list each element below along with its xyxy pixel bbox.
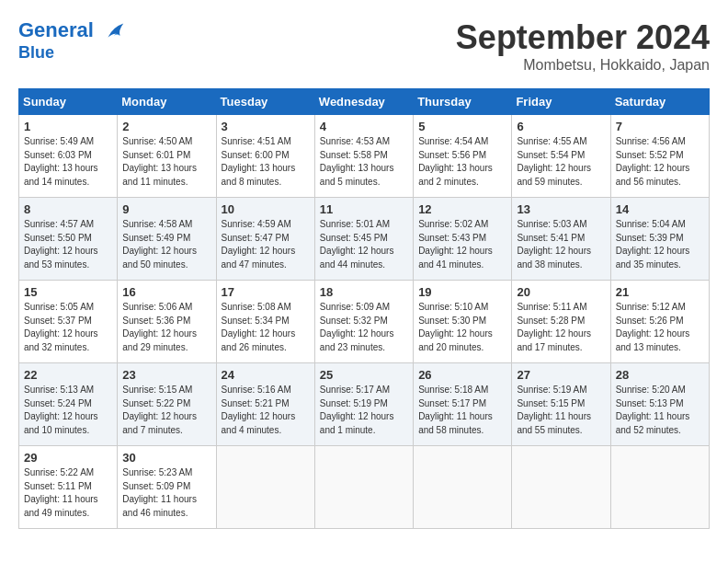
day-number: 18 — [320, 285, 408, 299]
weekday-header-sunday: Sunday — [19, 89, 118, 115]
day-info: Sunrise: 5:15 AM Sunset: 5:22 PM Dayligh… — [122, 384, 210, 437]
calendar-cell: 6 Sunrise: 4:55 AM Sunset: 5:54 PM Dayli… — [512, 115, 610, 198]
day-number: 29 — [24, 451, 112, 465]
calendar-cell: 12 Sunrise: 5:02 AM Sunset: 5:43 PM Dayl… — [414, 198, 512, 281]
location-subtitle: Mombetsu, Hokkaido, Japan — [456, 57, 710, 74]
calendar-cell: 19 Sunrise: 5:10 AM Sunset: 5:30 PM Dayl… — [414, 281, 512, 363]
day-info: Sunrise: 5:08 AM Sunset: 5:34 PM Dayligh… — [222, 301, 310, 354]
day-number: 12 — [418, 202, 506, 216]
calendar-cell: 13 Sunrise: 5:03 AM Sunset: 5:41 PM Dayl… — [512, 198, 610, 281]
day-info: Sunrise: 5:02 AM Sunset: 5:43 PM Dayligh… — [418, 218, 506, 271]
day-number: 8 — [24, 202, 112, 216]
day-number: 27 — [517, 368, 605, 382]
calendar-week-5: 29 Sunrise: 5:22 AM Sunset: 5:11 PM Dayl… — [19, 446, 710, 529]
weekday-header-saturday: Saturday — [610, 89, 709, 115]
weekday-header-thursday: Thursday — [414, 89, 512, 115]
day-info: Sunrise: 5:16 AM Sunset: 5:21 PM Dayligh… — [222, 384, 310, 437]
day-number: 17 — [222, 285, 310, 299]
day-info: Sunrise: 5:13 AM Sunset: 5:24 PM Dayligh… — [24, 384, 112, 437]
page-header: General Blue September 2024 Mombetsu, Ho… — [18, 18, 710, 74]
calendar-cell: 14 Sunrise: 5:04 AM Sunset: 5:39 PM Dayl… — [610, 198, 709, 281]
day-info: Sunrise: 4:50 AM Sunset: 6:01 PM Dayligh… — [122, 135, 210, 189]
day-info: Sunrise: 5:20 AM Sunset: 5:13 PM Dayligh… — [616, 384, 704, 437]
logo-text: General — [18, 18, 127, 44]
day-number: 11 — [320, 202, 408, 216]
calendar-week-4: 22 Sunrise: 5:13 AM Sunset: 5:24 PM Dayl… — [19, 363, 710, 446]
day-number: 21 — [616, 285, 704, 299]
weekday-header-tuesday: Tuesday — [216, 89, 314, 115]
day-info: Sunrise: 4:57 AM Sunset: 5:50 PM Dayligh… — [24, 218, 112, 271]
calendar-cell — [314, 446, 413, 529]
calendar-cell: 4 Sunrise: 4:53 AM Sunset: 5:58 PM Dayli… — [314, 115, 413, 198]
calendar-cell: 30 Sunrise: 5:23 AM Sunset: 5:09 PM Dayl… — [118, 446, 216, 529]
calendar-body: 1 Sunrise: 5:49 AM Sunset: 6:03 PM Dayli… — [19, 115, 710, 529]
day-info: Sunrise: 4:51 AM Sunset: 6:00 PM Dayligh… — [222, 135, 310, 189]
calendar-cell: 20 Sunrise: 5:11 AM Sunset: 5:28 PM Dayl… — [512, 281, 610, 363]
day-info: Sunrise: 5:49 AM Sunset: 6:03 PM Dayligh… — [24, 135, 112, 189]
day-number: 10 — [222, 202, 310, 216]
day-number: 22 — [24, 368, 112, 382]
day-info: Sunrise: 5:10 AM Sunset: 5:30 PM Dayligh… — [418, 301, 506, 354]
logo: General Blue — [18, 18, 127, 63]
day-number: 1 — [24, 120, 112, 133]
day-info: Sunrise: 5:22 AM Sunset: 5:11 PM Dayligh… — [24, 466, 112, 520]
calendar-cell — [216, 446, 314, 529]
calendar-week-2: 8 Sunrise: 4:57 AM Sunset: 5:50 PM Dayli… — [19, 198, 710, 281]
calendar-cell: 8 Sunrise: 4:57 AM Sunset: 5:50 PM Dayli… — [19, 198, 118, 281]
calendar-cell: 5 Sunrise: 4:54 AM Sunset: 5:56 PM Dayli… — [414, 115, 512, 198]
day-number: 19 — [418, 285, 506, 299]
day-number: 2 — [122, 120, 210, 133]
calendar-cell: 2 Sunrise: 4:50 AM Sunset: 6:01 PM Dayli… — [118, 115, 216, 198]
weekday-header-friday: Friday — [512, 89, 610, 115]
day-number: 23 — [122, 368, 210, 382]
day-info: Sunrise: 5:17 AM Sunset: 5:19 PM Dayligh… — [320, 384, 408, 437]
calendar-cell — [610, 446, 709, 529]
logo-blue: Blue — [18, 44, 127, 63]
calendar-cell: 27 Sunrise: 5:19 AM Sunset: 5:15 PM Dayl… — [512, 363, 610, 446]
day-info: Sunrise: 5:18 AM Sunset: 5:17 PM Dayligh… — [418, 384, 506, 437]
day-number: 28 — [616, 368, 704, 382]
calendar-table: SundayMondayTuesdayWednesdayThursdayFrid… — [18, 88, 710, 529]
day-number: 14 — [616, 202, 704, 216]
calendar-cell: 23 Sunrise: 5:15 AM Sunset: 5:22 PM Dayl… — [118, 363, 216, 446]
calendar-cell: 28 Sunrise: 5:20 AM Sunset: 5:13 PM Dayl… — [610, 363, 709, 446]
day-info: Sunrise: 4:58 AM Sunset: 5:49 PM Dayligh… — [122, 218, 210, 271]
calendar-cell: 11 Sunrise: 5:01 AM Sunset: 5:45 PM Dayl… — [314, 198, 413, 281]
day-info: Sunrise: 5:12 AM Sunset: 5:26 PM Dayligh… — [616, 301, 704, 354]
calendar-cell: 17 Sunrise: 5:08 AM Sunset: 5:34 PM Dayl… — [216, 281, 314, 363]
day-number: 3 — [222, 120, 310, 133]
day-info: Sunrise: 5:05 AM Sunset: 5:37 PM Dayligh… — [24, 301, 112, 354]
weekday-header-monday: Monday — [118, 89, 216, 115]
day-number: 15 — [24, 285, 112, 299]
day-number: 9 — [122, 202, 210, 216]
day-number: 4 — [320, 120, 408, 133]
calendar-header: SundayMondayTuesdayWednesdayThursdayFrid… — [19, 89, 710, 115]
day-number: 25 — [320, 368, 408, 382]
day-info: Sunrise: 5:11 AM Sunset: 5:28 PM Dayligh… — [517, 301, 605, 354]
calendar-cell: 1 Sunrise: 5:49 AM Sunset: 6:03 PM Dayli… — [19, 115, 118, 198]
day-number: 13 — [517, 202, 605, 216]
calendar-cell: 26 Sunrise: 5:18 AM Sunset: 5:17 PM Dayl… — [414, 363, 512, 446]
calendar-cell: 22 Sunrise: 5:13 AM Sunset: 5:24 PM Dayl… — [19, 363, 118, 446]
calendar-cell: 29 Sunrise: 5:22 AM Sunset: 5:11 PM Dayl… — [19, 446, 118, 529]
calendar-cell: 9 Sunrise: 4:58 AM Sunset: 5:49 PM Dayli… — [118, 198, 216, 281]
calendar-cell: 16 Sunrise: 5:06 AM Sunset: 5:36 PM Dayl… — [118, 281, 216, 363]
day-info: Sunrise: 4:56 AM Sunset: 5:52 PM Dayligh… — [616, 135, 704, 189]
day-number: 30 — [122, 451, 210, 465]
day-number: 20 — [517, 285, 605, 299]
calendar-week-1: 1 Sunrise: 5:49 AM Sunset: 6:03 PM Dayli… — [19, 115, 710, 198]
day-number: 24 — [222, 368, 310, 382]
calendar-cell: 25 Sunrise: 5:17 AM Sunset: 5:19 PM Dayl… — [314, 363, 413, 446]
weekday-header-row: SundayMondayTuesdayWednesdayThursdayFrid… — [19, 89, 710, 115]
day-info: Sunrise: 5:01 AM Sunset: 5:45 PM Dayligh… — [320, 218, 408, 271]
day-info: Sunrise: 5:09 AM Sunset: 5:32 PM Dayligh… — [320, 301, 408, 354]
day-number: 26 — [418, 368, 506, 382]
calendar-cell: 24 Sunrise: 5:16 AM Sunset: 5:21 PM Dayl… — [216, 363, 314, 446]
calendar-cell: 18 Sunrise: 5:09 AM Sunset: 5:32 PM Dayl… — [314, 281, 413, 363]
weekday-header-wednesday: Wednesday — [314, 89, 413, 115]
day-number: 16 — [122, 285, 210, 299]
day-info: Sunrise: 5:06 AM Sunset: 5:36 PM Dayligh… — [122, 301, 210, 354]
day-number: 5 — [418, 120, 506, 133]
calendar-cell: 10 Sunrise: 4:59 AM Sunset: 5:47 PM Dayl… — [216, 198, 314, 281]
day-info: Sunrise: 4:53 AM Sunset: 5:58 PM Dayligh… — [320, 135, 408, 189]
